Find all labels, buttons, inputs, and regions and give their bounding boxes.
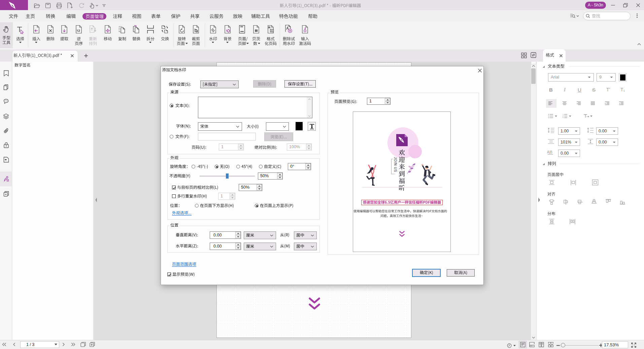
svg-text:A|B: A|B <box>547 150 552 154</box>
svg-text:3: 3 <box>563 117 564 118</box>
